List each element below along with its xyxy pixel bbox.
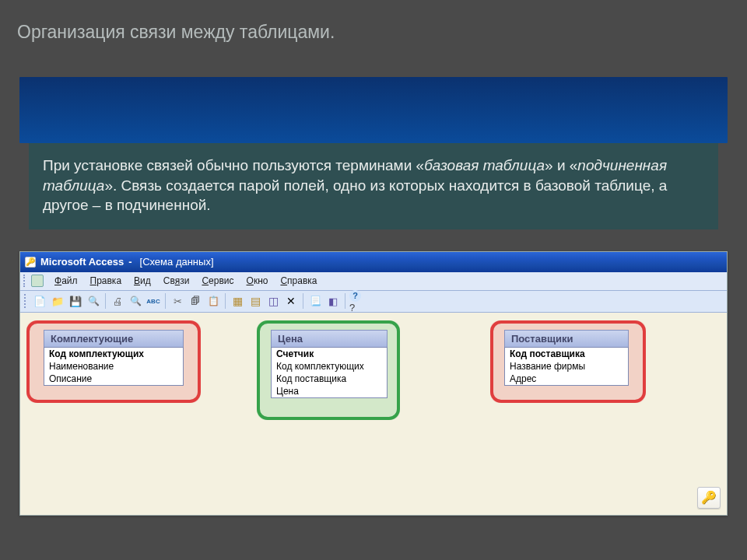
- table-fields: Код поставщика Название фирмы Адрес: [504, 347, 629, 386]
- field-row[interactable]: Описание: [44, 373, 183, 385]
- table-fields: Счетчик Код комплектующих Код поставщика…: [271, 347, 388, 398]
- document-title: [Схема данных]: [140, 256, 214, 268]
- cut-icon[interactable]: [169, 292, 186, 310]
- text-fragment: При установке связей обычно пользуются т…: [43, 157, 424, 173]
- separator: [225, 293, 226, 309]
- field-row[interactable]: Адрес: [505, 373, 628, 385]
- copy-icon[interactable]: [187, 292, 204, 310]
- access-icon: 🔑: [25, 257, 36, 268]
- clear-layout-icon[interactable]: [282, 292, 300, 310]
- relations-mini-icon[interactable]: [31, 275, 44, 287]
- menu-file[interactable]: Файл: [48, 274, 84, 288]
- layout-icon[interactable]: [324, 292, 342, 310]
- access-key-button[interactable]: 🔑: [697, 487, 721, 509]
- separator: [165, 293, 166, 309]
- show-direct-icon[interactable]: [247, 292, 264, 310]
- menu-relations[interactable]: Связи: [157, 274, 196, 288]
- separator: [345, 293, 345, 309]
- paste-icon[interactable]: [205, 292, 222, 310]
- field-row[interactable]: Код поставщика: [505, 348, 628, 360]
- gripper-icon[interactable]: [23, 275, 28, 287]
- title-separator: -: [128, 256, 132, 268]
- key-icon: 🔑: [701, 490, 717, 505]
- menu-window[interactable]: Окно: [240, 274, 275, 288]
- explanation-panel: При установке связей обычно пользуются т…: [29, 143, 718, 229]
- menu-bar: Файл Правка Вид Связи Сервис Окно Справк…: [20, 272, 727, 291]
- text-fragment: » и «: [545, 157, 577, 173]
- open-file-icon[interactable]: [49, 292, 66, 310]
- table-postavshiki[interactable]: Поставщики Код поставщика Название фирмы…: [504, 330, 629, 386]
- spelling-icon[interactable]: [145, 292, 162, 310]
- preview-icon[interactable]: [127, 292, 144, 310]
- field-row[interactable]: Название фирмы: [505, 360, 628, 373]
- window-titlebar: 🔑 Microsoft Access - [Схема данных]: [20, 252, 727, 272]
- toolbar: ?: [20, 291, 727, 313]
- text-fragment: ». Связь создается парой полей, одно из …: [43, 177, 667, 214]
- field-row[interactable]: Код комплектующих: [272, 360, 387, 373]
- menu-view[interactable]: Вид: [128, 274, 157, 288]
- separator: [303, 293, 303, 309]
- table-cena[interactable]: Цена Счетчик Код комплектующих Код поста…: [271, 330, 388, 398]
- table-header: Поставщики: [504, 330, 629, 347]
- relations-canvas[interactable]: Комплектующие Код комплектующих Наименов…: [20, 313, 727, 515]
- blue-gradient-band: [19, 77, 728, 143]
- table-header: Цена: [271, 330, 388, 347]
- field-row[interactable]: Код поставщика: [272, 373, 387, 385]
- menu-service[interactable]: Сервис: [195, 274, 240, 288]
- app-title: Microsoft Access: [40, 256, 124, 268]
- gripper-icon[interactable]: [24, 294, 28, 308]
- print-icon[interactable]: [109, 292, 126, 310]
- access-screenshot: 🔑 Microsoft Access - [Схема данных] Файл…: [19, 251, 728, 516]
- report-icon[interactable]: [307, 292, 324, 310]
- show-all-rel-icon[interactable]: [265, 292, 282, 310]
- save-icon[interactable]: [67, 292, 84, 310]
- search-icon[interactable]: [85, 292, 102, 310]
- help-icon[interactable]: ?: [349, 292, 366, 310]
- show-table-icon[interactable]: [229, 292, 246, 310]
- table-header: Комплектующие: [44, 330, 184, 347]
- table-fields: Код комплектующих Наименование Описание: [44, 347, 184, 386]
- menu-file-label: айл: [61, 275, 77, 286]
- slide-title: Организация связи между таблицами.: [0, 0, 747, 47]
- field-row[interactable]: Цена: [272, 385, 387, 397]
- field-row[interactable]: Счетчик: [272, 348, 387, 360]
- separator: [105, 293, 106, 309]
- field-row[interactable]: Код комплектующих: [44, 348, 183, 360]
- menu-edit[interactable]: Правка: [84, 274, 128, 288]
- menu-help[interactable]: Справка: [274, 274, 323, 288]
- field-row[interactable]: Наименование: [44, 360, 183, 373]
- table-komplektuyushie[interactable]: Комплектующие Код комплектующих Наименов…: [44, 330, 184, 386]
- italic-term: базовая таблица: [424, 157, 545, 173]
- new-file-icon[interactable]: [31, 292, 48, 310]
